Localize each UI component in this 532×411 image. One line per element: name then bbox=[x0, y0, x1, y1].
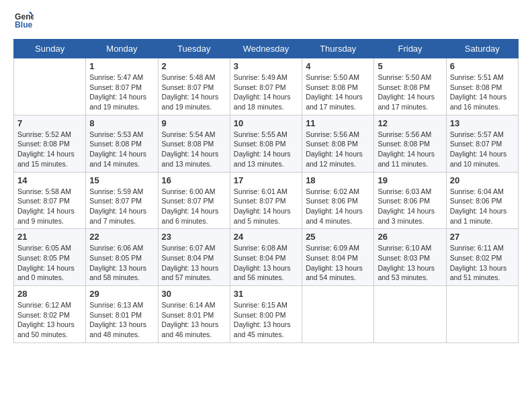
day-number: 3 bbox=[234, 61, 298, 71]
calendar-cell: 15Sunrise: 5:59 AM Sunset: 8:07 PM Dayli… bbox=[86, 172, 158, 229]
day-info: Sunrise: 6:05 AM Sunset: 8:05 PM Dayligh… bbox=[17, 243, 82, 283]
calendar-cell: 27Sunrise: 6:11 AM Sunset: 8:02 PM Dayli… bbox=[446, 229, 518, 286]
day-info: Sunrise: 5:47 AM Sunset: 8:07 PM Dayligh… bbox=[89, 73, 154, 112]
day-info: Sunrise: 6:04 AM Sunset: 8:06 PM Dayligh… bbox=[450, 187, 515, 226]
day-info: Sunrise: 5:54 AM Sunset: 8:08 PM Dayligh… bbox=[162, 130, 226, 169]
day-info: Sunrise: 5:57 AM Sunset: 8:07 PM Dayligh… bbox=[450, 130, 515, 169]
calendar-cell: 22Sunrise: 6:06 AM Sunset: 8:05 PM Dayli… bbox=[86, 229, 158, 286]
calendar-cell: 8Sunrise: 5:53 AM Sunset: 8:08 PM Daylig… bbox=[86, 115, 158, 172]
calendar-cell bbox=[446, 286, 518, 343]
calendar-cell: 29Sunrise: 6:13 AM Sunset: 8:01 PM Dayli… bbox=[86, 286, 158, 343]
calendar-cell: 19Sunrise: 6:03 AM Sunset: 8:06 PM Dayli… bbox=[374, 172, 446, 229]
day-number: 1 bbox=[89, 61, 154, 71]
day-number: 12 bbox=[378, 118, 442, 128]
day-info: Sunrise: 5:52 AM Sunset: 8:08 PM Dayligh… bbox=[17, 130, 82, 169]
calendar-cell bbox=[14, 58, 86, 116]
calendar-cell: 5Sunrise: 5:50 AM Sunset: 8:08 PM Daylig… bbox=[374, 58, 446, 116]
weekday-header-thursday: Thursday bbox=[302, 40, 374, 58]
day-number: 28 bbox=[17, 289, 82, 299]
day-number: 22 bbox=[89, 232, 154, 242]
weekday-header-tuesday: Tuesday bbox=[158, 40, 230, 58]
day-info: Sunrise: 6:09 AM Sunset: 8:04 PM Dayligh… bbox=[306, 243, 370, 283]
calendar-cell: 31Sunrise: 6:15 AM Sunset: 8:00 PM Dayli… bbox=[230, 286, 302, 343]
weekday-header-sunday: Sunday bbox=[14, 40, 86, 58]
weekday-header-wednesday: Wednesday bbox=[230, 40, 302, 58]
day-number: 2 bbox=[162, 61, 226, 71]
day-number: 18 bbox=[306, 175, 370, 185]
day-number: 30 bbox=[162, 289, 226, 299]
calendar-cell: 16Sunrise: 6:00 AM Sunset: 8:07 PM Dayli… bbox=[158, 172, 230, 229]
day-number: 16 bbox=[162, 175, 226, 185]
day-number: 17 bbox=[234, 175, 298, 185]
day-number: 8 bbox=[89, 118, 154, 128]
header: General Blue bbox=[13, 11, 519, 34]
day-number: 5 bbox=[378, 61, 442, 71]
day-info: Sunrise: 5:50 AM Sunset: 8:08 PM Dayligh… bbox=[378, 73, 442, 112]
calendar-cell: 21Sunrise: 6:05 AM Sunset: 8:05 PM Dayli… bbox=[14, 229, 86, 286]
calendar-cell: 17Sunrise: 6:01 AM Sunset: 8:07 PM Dayli… bbox=[230, 172, 302, 229]
calendar-cell: 7Sunrise: 5:52 AM Sunset: 8:08 PM Daylig… bbox=[14, 115, 86, 172]
day-number: 14 bbox=[17, 175, 82, 185]
day-info: Sunrise: 6:10 AM Sunset: 8:03 PM Dayligh… bbox=[378, 243, 442, 283]
calendar-cell: 2Sunrise: 5:48 AM Sunset: 8:07 PM Daylig… bbox=[158, 58, 230, 116]
calendar-cell: 14Sunrise: 5:58 AM Sunset: 8:07 PM Dayli… bbox=[14, 172, 86, 229]
day-info: Sunrise: 5:59 AM Sunset: 8:07 PM Dayligh… bbox=[89, 187, 154, 226]
day-info: Sunrise: 6:02 AM Sunset: 8:06 PM Dayligh… bbox=[306, 187, 370, 226]
day-info: Sunrise: 6:00 AM Sunset: 8:07 PM Dayligh… bbox=[162, 187, 226, 226]
day-number: 29 bbox=[89, 289, 154, 299]
calendar-cell: 25Sunrise: 6:09 AM Sunset: 8:04 PM Dayli… bbox=[302, 229, 374, 286]
day-number: 21 bbox=[17, 232, 82, 242]
day-info: Sunrise: 6:06 AM Sunset: 8:05 PM Dayligh… bbox=[89, 243, 154, 283]
day-info: Sunrise: 5:56 AM Sunset: 8:08 PM Dayligh… bbox=[306, 130, 370, 169]
day-number: 9 bbox=[162, 118, 226, 128]
calendar-cell: 3Sunrise: 5:49 AM Sunset: 8:07 PM Daylig… bbox=[230, 58, 302, 116]
logo: General Blue bbox=[13, 11, 34, 34]
day-info: Sunrise: 6:01 AM Sunset: 8:07 PM Dayligh… bbox=[234, 187, 298, 226]
calendar-cell: 20Sunrise: 6:04 AM Sunset: 8:06 PM Dayli… bbox=[446, 172, 518, 229]
svg-text:Blue: Blue bbox=[15, 20, 33, 30]
calendar-cell: 24Sunrise: 6:08 AM Sunset: 8:04 PM Dayli… bbox=[230, 229, 302, 286]
day-number: 25 bbox=[306, 232, 370, 242]
calendar-cell: 11Sunrise: 5:56 AM Sunset: 8:08 PM Dayli… bbox=[302, 115, 374, 172]
day-info: Sunrise: 6:14 AM Sunset: 8:01 PM Dayligh… bbox=[162, 300, 226, 340]
calendar-cell: 26Sunrise: 6:10 AM Sunset: 8:03 PM Dayli… bbox=[374, 229, 446, 286]
day-number: 15 bbox=[89, 175, 154, 185]
day-number: 20 bbox=[450, 175, 515, 185]
day-number: 13 bbox=[450, 118, 515, 128]
day-number: 10 bbox=[234, 118, 298, 128]
calendar-cell: 28Sunrise: 6:12 AM Sunset: 8:02 PM Dayli… bbox=[14, 286, 86, 343]
day-info: Sunrise: 6:03 AM Sunset: 8:06 PM Dayligh… bbox=[378, 187, 442, 226]
calendar-cell: 12Sunrise: 5:56 AM Sunset: 8:08 PM Dayli… bbox=[374, 115, 446, 172]
day-number: 4 bbox=[306, 61, 370, 71]
day-info: Sunrise: 6:15 AM Sunset: 8:00 PM Dayligh… bbox=[234, 300, 298, 340]
day-info: Sunrise: 6:07 AM Sunset: 8:04 PM Dayligh… bbox=[162, 243, 226, 283]
day-info: Sunrise: 6:13 AM Sunset: 8:01 PM Dayligh… bbox=[89, 300, 154, 340]
day-info: Sunrise: 5:55 AM Sunset: 8:08 PM Dayligh… bbox=[234, 130, 298, 169]
calendar-cell: 10Sunrise: 5:55 AM Sunset: 8:08 PM Dayli… bbox=[230, 115, 302, 172]
day-number: 26 bbox=[378, 232, 442, 242]
calendar-cell: 6Sunrise: 5:51 AM Sunset: 8:08 PM Daylig… bbox=[446, 58, 518, 116]
calendar-cell bbox=[374, 286, 446, 343]
calendar-cell: 1Sunrise: 5:47 AM Sunset: 8:07 PM Daylig… bbox=[86, 58, 158, 116]
day-info: Sunrise: 5:48 AM Sunset: 8:07 PM Dayligh… bbox=[162, 73, 226, 112]
day-number: 24 bbox=[234, 232, 298, 242]
day-info: Sunrise: 5:56 AM Sunset: 8:08 PM Dayligh… bbox=[378, 130, 442, 169]
day-number: 11 bbox=[306, 118, 370, 128]
calendar-cell: 30Sunrise: 6:14 AM Sunset: 8:01 PM Dayli… bbox=[158, 286, 230, 343]
day-info: Sunrise: 5:51 AM Sunset: 8:08 PM Dayligh… bbox=[450, 73, 515, 112]
day-number: 23 bbox=[162, 232, 226, 242]
weekday-header-monday: Monday bbox=[86, 40, 158, 58]
day-info: Sunrise: 6:12 AM Sunset: 8:02 PM Dayligh… bbox=[17, 300, 82, 340]
day-info: Sunrise: 5:50 AM Sunset: 8:08 PM Dayligh… bbox=[306, 73, 370, 112]
calendar-table: SundayMondayTuesdayWednesdayThursdayFrid… bbox=[13, 39, 519, 343]
day-info: Sunrise: 6:08 AM Sunset: 8:04 PM Dayligh… bbox=[234, 243, 298, 283]
day-number: 31 bbox=[234, 289, 298, 299]
weekday-header-friday: Friday bbox=[374, 40, 446, 58]
calendar-cell: 9Sunrise: 5:54 AM Sunset: 8:08 PM Daylig… bbox=[158, 115, 230, 172]
day-info: Sunrise: 5:49 AM Sunset: 8:07 PM Dayligh… bbox=[234, 73, 298, 112]
weekday-header-saturday: Saturday bbox=[446, 40, 518, 58]
calendar-cell bbox=[302, 286, 374, 343]
day-number: 7 bbox=[17, 118, 82, 128]
logo-icon: General Blue bbox=[15, 11, 34, 30]
day-info: Sunrise: 5:58 AM Sunset: 8:07 PM Dayligh… bbox=[17, 187, 82, 226]
